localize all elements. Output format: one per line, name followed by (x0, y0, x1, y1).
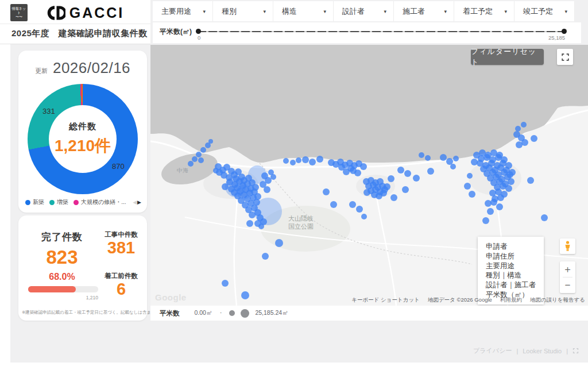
map-data-point[interactable] (521, 122, 527, 128)
map-data-point[interactable] (354, 169, 361, 176)
map-data-point[interactable] (440, 154, 447, 161)
map-data-point[interactable] (446, 158, 453, 165)
map-data-point[interactable] (450, 164, 456, 169)
filter-chip-1[interactable]: 主要用途▾ (153, 1, 213, 21)
map-data-point[interactable] (541, 214, 548, 221)
zoom-out-button[interactable]: − (560, 278, 575, 293)
footer-fullscreen-icon[interactable] (572, 348, 579, 354)
report-error-link[interactable]: 地図の誤りを報告する (530, 296, 585, 304)
filter-chip-2[interactable]: 種別▾ (213, 1, 273, 21)
terms-link[interactable]: 利用規約 (500, 296, 522, 304)
map-data-point[interactable] (413, 175, 420, 182)
legend-next-arrow[interactable]: ▶ (137, 199, 141, 205)
map-data-point[interactable] (302, 156, 309, 163)
donut-value-label-blue: 870 (112, 162, 125, 171)
map-data-point[interactable] (349, 201, 356, 208)
keyboard-shortcuts-link[interactable]: キーボード ショートカット (351, 296, 420, 304)
chevron-down-icon: ▾ (203, 9, 206, 14)
map-data-point[interactable] (490, 199, 497, 206)
map-data-point[interactable] (361, 214, 367, 219)
map-data-point[interactable] (192, 156, 198, 162)
map-data-point[interactable] (246, 220, 253, 227)
map-data-point[interactable] (261, 172, 268, 179)
progress-card: 完了件数 823 68.0% 1,210 工事中件数 381 着工前件数 6 ※… (18, 215, 147, 321)
map-data-point[interactable] (390, 194, 397, 201)
map-data-point[interactable] (467, 173, 473, 179)
map-data-point[interactable] (309, 159, 316, 165)
map-data-point[interactable] (469, 191, 475, 198)
filter-chip-4[interactable]: 設計者▾ (334, 1, 394, 21)
legend-prev-arrow[interactable]: ◀ (133, 199, 137, 205)
map-data-point[interactable] (464, 183, 471, 190)
tooltip-field-label: 申請住所 (486, 252, 544, 261)
sqm-range-slider[interactable] (198, 29, 565, 35)
map-data-point[interactable] (425, 155, 431, 161)
legend-item-3[interactable]: 大規模の修繕・... (74, 198, 126, 206)
filter-chip-7[interactable]: 竣工予定▾ (514, 1, 575, 21)
slider-handle-min[interactable] (196, 29, 201, 34)
map-data-point[interactable] (356, 206, 363, 213)
map-data-point[interactable] (196, 152, 202, 157)
map-data-point[interactable] (200, 147, 206, 153)
map-data-point[interactable] (515, 126, 521, 132)
map-data-point[interactable] (471, 159, 478, 165)
privacy-link[interactable]: プライバシー (473, 346, 512, 355)
map-data-point[interactable] (283, 158, 289, 164)
map-data-point[interactable] (363, 189, 370, 196)
completed-value: 823 (33, 246, 91, 268)
legend-item-2[interactable]: 増築 (49, 198, 68, 206)
map-data-point[interactable] (487, 208, 494, 215)
map-data-point[interactable] (508, 178, 514, 185)
map-data-point[interactable] (262, 253, 269, 260)
map-fullscreen-button[interactable] (557, 49, 573, 65)
map-data-point[interactable] (482, 217, 489, 224)
map-data-point[interactable] (330, 201, 337, 208)
map-data-point[interactable] (290, 160, 296, 165)
map-data-point[interactable] (453, 156, 459, 161)
looker-studio-link[interactable]: Looker Studio (523, 348, 562, 354)
map-data-point[interactable] (380, 190, 387, 196)
map-data-point[interactable] (208, 139, 213, 144)
gacci-logo[interactable]: GACCI (33, 5, 136, 21)
street-view-pegman[interactable] (560, 238, 575, 254)
map-data-point[interactable] (505, 185, 512, 192)
map-data-point[interactable] (397, 167, 404, 174)
map-data-point[interactable] (222, 280, 229, 287)
map-data-point[interactable] (188, 161, 194, 167)
map-data-point[interactable] (343, 168, 350, 175)
map-data-point[interactable] (404, 170, 411, 177)
map-data-point[interactable] (258, 223, 264, 229)
map-data-point[interactable] (296, 157, 301, 163)
slider-handle-max[interactable] (562, 29, 567, 34)
site-logo-badge[interactable]: 情報ネット 〜〜 (10, 4, 28, 21)
map-data-point[interactable] (427, 168, 434, 175)
map-data-point[interactable] (316, 156, 323, 163)
map-data-point[interactable] (496, 203, 503, 210)
map-data-point[interactable] (275, 239, 283, 247)
map-data-point[interactable] (323, 188, 330, 195)
filter-reset-button[interactable]: フィルターリセット (471, 49, 544, 65)
map-data-point[interactable] (360, 163, 367, 170)
map-data-point[interactable] (531, 135, 537, 142)
map-data-point[interactable] (388, 175, 394, 182)
map-data-point[interactable] (527, 177, 534, 184)
map-data-point[interactable] (497, 194, 504, 201)
map-canvas[interactable]: 中海 大山隠岐 国立公園 フィルターリセット 申請者申請住所主要用途種別｜構造設… (150, 45, 588, 306)
map-data-point[interactable] (516, 141, 523, 148)
map-data-point[interactable] (198, 157, 204, 163)
map-data-point[interactable] (419, 152, 424, 158)
map-data-point[interactable] (485, 200, 492, 207)
map-data-point[interactable] (241, 291, 249, 299)
map-data-point[interactable] (384, 183, 390, 190)
map-data-point[interactable] (213, 168, 219, 174)
filter-chip-3[interactable]: 構造▾ (273, 1, 334, 21)
filter-chip-6[interactable]: 着工予定▾ (454, 1, 514, 21)
map-data-point[interactable] (254, 193, 261, 200)
legend-item-1[interactable]: 新築 (25, 198, 44, 206)
zoom-in-button[interactable]: ＋ (560, 261, 575, 277)
map-data-point[interactable] (402, 186, 409, 193)
map-data-point[interactable] (270, 174, 276, 180)
filter-chip-5[interactable]: 施工者▾ (394, 1, 454, 21)
slider-track[interactable] (198, 31, 565, 32)
map-data-point[interactable] (222, 183, 229, 190)
